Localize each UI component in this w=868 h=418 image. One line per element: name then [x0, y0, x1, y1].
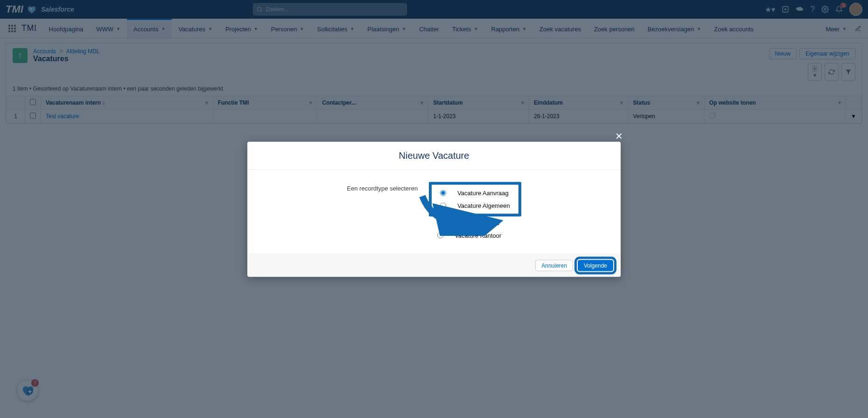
recordtype-option[interactable]: Vacature Kantoor [429, 229, 521, 241]
recordtype-option[interactable]: Vacature Algemeen [432, 199, 518, 212]
modal-body: Een recordtype selecteren Vacature Aanvr… [247, 170, 621, 254]
recordtype-label: Een recordtype selecteren [347, 182, 418, 191]
recordtype-option[interactable]: Vacature Aanvraag [432, 186, 518, 199]
recordtype-label-text: Vacature Kantoor [455, 232, 501, 239]
modal-cancel-button[interactable]: Annuleren [535, 260, 573, 271]
recordtype-label-text: Vacature Cursus [455, 219, 499, 226]
recordtype-radio[interactable] [440, 190, 446, 196]
modal-next-button[interactable]: Volgende [578, 260, 613, 271]
modal-title: Nieuwe Vacature [247, 142, 621, 170]
recordtype-label-text: Vacature Aanvraag [457, 189, 509, 196]
modal-close-button[interactable]: × [616, 128, 623, 143]
recordtype-label-text: Vacature Algemeen [457, 202, 510, 209]
modal-footer: Annuleren Volgende [247, 254, 621, 276]
recordtype-options: Vacature AanvraagVacature AlgemeenVacatu… [429, 182, 521, 241]
recordtype-radio[interactable] [440, 202, 446, 208]
new-record-modal: × Nieuwe Vacature Een recordtype selecte… [247, 142, 621, 276]
recordtype-option[interactable]: Vacature Cursus [429, 216, 521, 229]
recordtype-radio[interactable] [437, 232, 443, 238]
annotation-highlight: Vacature AanvraagVacature Algemeen [429, 182, 521, 216]
recordtype-radio[interactable] [437, 220, 443, 226]
